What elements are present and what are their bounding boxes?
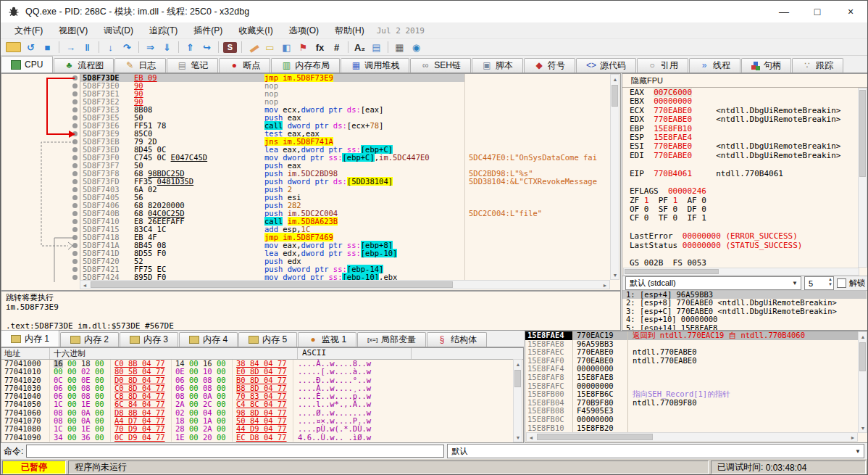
disassembly-pane[interactable]: 5D8F73DEEB 09jmp im.5D8F73E95D8F73E090no… (1, 73, 621, 291)
breakpoint-dot[interactable] (72, 259, 78, 264)
tab-struct-结构体[interactable]: §结构体 (427, 332, 487, 347)
run-icon[interactable]: → (64, 41, 78, 54)
breakpoint-dot[interactable] (72, 91, 78, 96)
tab-dump-内存 4[interactable]: 内存 4 (179, 332, 238, 347)
breakpoint-dot[interactable] (72, 123, 78, 128)
tab-dump-内存 5[interactable]: 内存 5 (238, 332, 297, 347)
maximize-button[interactable]: □ (801, 1, 834, 22)
argument-line[interactable]: 5: [esp+14] 15E8FAE8 (622, 324, 867, 331)
spinner-arrows-icon[interactable]: ▲▼ (828, 277, 832, 287)
open-file-icon[interactable] (6, 42, 21, 52)
disassembly-vscrollbar[interactable]: ▲ ▼ (610, 74, 619, 280)
pause-icon[interactable]: ‖ (80, 41, 94, 54)
register-line[interactable]: LastStatus 00000000 (STATUS_SUCCESS) (622, 241, 858, 250)
bookmark-icon[interactable]: ⚑ (296, 41, 310, 54)
step-into-icon[interactable]: ↓ (104, 41, 117, 54)
tab-breakpoints-断点[interactable]: ●断点 (219, 58, 270, 73)
menu-item-3[interactable]: 追踪(T) (141, 23, 185, 38)
stack-hscrollbar[interactable]: ◄ ► (526, 432, 858, 442)
tab-handles-句柄[interactable]: 句柄 (741, 58, 791, 73)
disassembly-hscrollbar[interactable]: ◄ ► (80, 280, 610, 289)
arg-count-spinner[interactable]: 5 ▲▼ (804, 276, 834, 290)
breakpoint-dot[interactable] (72, 115, 78, 120)
breakpoint-dot[interactable] (72, 171, 78, 176)
function-icon[interactable]: fx (313, 41, 327, 54)
restart-icon[interactable]: ↺ (24, 41, 38, 54)
registers-pane[interactable]: 隐藏FPU EAX 007C6000EBX 00000000ECX 770EAB… (622, 73, 868, 331)
tab-locals-局部变量[interactable]: [x=]局部变量 (357, 332, 426, 347)
breakpoint-dot[interactable] (72, 195, 78, 200)
menu-item-7[interactable]: 帮助(H) (327, 23, 372, 38)
breakpoint-dot[interactable] (72, 83, 78, 88)
step-over-icon[interactable]: ↷ (120, 41, 134, 54)
command-type-select[interactable]: 默认 ▼ (447, 444, 864, 458)
patch-icon[interactable]: ▬ (244, 38, 263, 57)
tab-script-脚本[interactable]: ▣脚本 (472, 58, 523, 73)
tab-dump-内存 1[interactable]: 内存 1 (1, 330, 59, 347)
calling-convention-select[interactable]: 默认 (stdcall) ▼ (625, 276, 801, 290)
stack-pane[interactable]: 15E8FAE4770EAC19返回到 ntdll.770EAC19 自 ntd… (525, 331, 868, 443)
tab-notes-笔记[interactable]: ▤笔记 (167, 58, 218, 73)
tab-seh-chain-SEH链[interactable]: ∞SEH链 (410, 58, 471, 73)
tab-trace-跟踪[interactable]: ∵跟踪 (792, 58, 843, 73)
breakpoint-dot[interactable] (72, 107, 78, 112)
menu-item-5[interactable]: 收藏夹(I) (230, 23, 280, 38)
close-button[interactable]: × (834, 1, 867, 22)
internet-icon[interactable]: ◉ (409, 41, 423, 54)
breakpoint-dot[interactable] (72, 243, 78, 248)
tab-memory-map-内存布局[interactable]: ▥内存布局 (271, 58, 340, 73)
breakpoint-dot[interactable] (72, 155, 78, 160)
tab-log-日志[interactable]: ✎日志 (114, 58, 166, 73)
stack-row[interactable]: 15E8FB0C00000000 (525, 416, 868, 424)
menu-item-4[interactable]: 插件(P) (185, 23, 230, 38)
tab-call-stack-调用堆栈[interactable]: ▦调用堆栈 (341, 58, 409, 73)
breakpoint-dot[interactable] (72, 131, 78, 136)
tab-references-引用[interactable]: ○引用 (637, 58, 688, 73)
breakpoint-dot[interactable] (72, 163, 78, 168)
tab-source-源代码[interactable]: <>源代码 (576, 58, 636, 73)
tab-symbols-符号[interactable]: ◆符号 (524, 58, 575, 73)
breakpoint-dot[interactable] (72, 147, 78, 152)
menu-item-0[interactable]: 文件(F) (7, 23, 51, 38)
calculator-icon[interactable]: ▦ (393, 41, 406, 54)
unlock-checkbox[interactable] (837, 278, 846, 288)
animate-icon[interactable]: S (223, 42, 237, 53)
breakpoint-dot[interactable] (72, 179, 78, 184)
hash-icon[interactable]: # (330, 41, 343, 54)
breakpoint-dot[interactable] (72, 187, 78, 192)
command-input[interactable] (26, 445, 444, 458)
menu-item-1[interactable]: 视图(V) (51, 23, 96, 38)
breakpoint-dot[interactable] (72, 75, 78, 80)
breakpoint-dot[interactable] (72, 99, 78, 104)
breakpoint-dot[interactable] (72, 219, 78, 224)
label-icon[interactable]: ◧ (280, 41, 293, 54)
dump-row[interactable]: 7704109034 00 36 000C D9 04 771E 00 20 0… (1, 434, 523, 442)
stack-row[interactable]: 15E8FB1015E8FB20 (525, 424, 868, 433)
stack-row[interactable]: 15E8FB0015E8FB6C指向SEH_Record[1]的指针 (525, 390, 868, 399)
dump-vscrollbar[interactable]: ▲ ▼ (513, 359, 522, 442)
breakpoint-dot[interactable] (72, 267, 78, 272)
detach-icon[interactable]: ↪ (200, 41, 214, 54)
register-line[interactable]: EIP 770B4061 ntdll.770B4061 (622, 170, 858, 178)
stack-vscrollbar[interactable]: ▲ ▼ (858, 331, 867, 433)
execute-till-return-icon[interactable]: ⇓ (160, 41, 174, 54)
register-line[interactable]: GS 002B FS 0053 (622, 259, 858, 268)
menu-item-6[interactable]: 选项(O) (281, 23, 327, 38)
stop-icon[interactable]: ■ (41, 41, 54, 54)
breakpoint-dot[interactable] (72, 203, 78, 208)
hide-fpu-button[interactable]: 隐藏FPU (622, 74, 868, 88)
tab-dump-内存 3[interactable]: 内存 3 (120, 332, 178, 347)
stack-row[interactable]: 15E8FAF815E8FAE8 (525, 373, 868, 382)
tab-cpu-CPU[interactable]: CPU (1, 56, 53, 73)
menu-item-2[interactable]: 调试(D) (96, 23, 141, 38)
dump-pane[interactable]: 地址 十六进制 ASCII 7704100016 00 18 00C0 8B 0… (1, 347, 524, 443)
breakpoint-dot[interactable] (72, 235, 78, 240)
argument-line[interactable]: 4: [esp+10] 00000000 (622, 315, 867, 323)
modules-icon[interactable]: ▤ (370, 41, 383, 54)
breakpoint-dot[interactable] (72, 211, 78, 216)
breakpoint-dot[interactable] (72, 251, 78, 256)
breakpoint-dot[interactable] (72, 227, 78, 232)
run-to-user-code-icon[interactable]: ⇑ (183, 41, 197, 54)
tab-flowchart-流程图[interactable]: ♣流程图 (54, 58, 114, 73)
stack-row[interactable]: 15E8FAE4770EAC19返回到 ntdll.770EAC19 自 ntd… (525, 331, 868, 340)
